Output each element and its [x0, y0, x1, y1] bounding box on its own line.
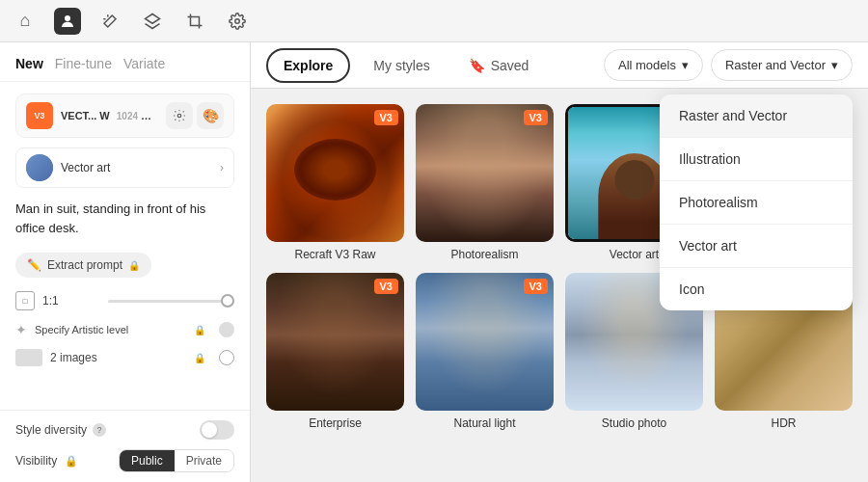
- top-nav: Explore My styles 🔖 Saved All models ▾ R…: [251, 42, 868, 89]
- ratio-control-row: □ 1:1: [15, 291, 234, 310]
- vector-chevron-icon: ▾: [831, 58, 838, 72]
- models-chevron-icon: ▾: [682, 58, 689, 72]
- style-thumbnail: [26, 154, 53, 181]
- right-panel: Explore My styles 🔖 Saved All models ▾ R…: [251, 42, 868, 482]
- bookmark-icon: 🔖: [469, 58, 485, 73]
- extract-prompt-icon: ✏️: [27, 258, 41, 272]
- gallery-thumb-5[interactable]: V3: [266, 273, 404, 411]
- images-control-row: 2 images 🔒: [15, 349, 234, 366]
- wand-icon[interactable]: [96, 8, 123, 35]
- main-content: New Fine-tune Variate V3 VECT... W 1024 …: [0, 42, 868, 482]
- tab-saved[interactable]: 🔖 Saved: [453, 50, 545, 81]
- visibility-lock-icon: 🔒: [65, 455, 78, 468]
- sidebar-tab-variate[interactable]: Variate: [123, 54, 165, 73]
- svg-point-5: [177, 114, 181, 118]
- extract-prompt-label: Extract prompt: [47, 258, 122, 272]
- gallery-thumb-6[interactable]: V3: [416, 273, 554, 411]
- star-icon: ✦: [15, 322, 27, 337]
- artistic-label: Specify Artistic level: [35, 324, 128, 335]
- model-info: VECT... W 1024 H 1024 0: [61, 110, 158, 121]
- home-icon[interactable]: ⌂: [12, 8, 39, 35]
- model-settings-btn[interactable]: [166, 102, 193, 129]
- images-icon: [15, 349, 42, 366]
- v3-badge-6: V3: [524, 279, 548, 294]
- tab-explore[interactable]: Explore: [266, 48, 350, 83]
- visibility-public-btn[interactable]: Public: [120, 450, 175, 471]
- gallery-item-1: V3 Recraft V3 Raw: [266, 104, 404, 261]
- model-selector[interactable]: V3 VECT... W 1024 H 1024 0 🎨: [15, 94, 234, 138]
- dropdown-item-icon[interactable]: Icon: [660, 268, 853, 310]
- gallery-item-2: V3 Photorealism: [416, 104, 554, 261]
- images-lock-icon: 🔒: [194, 353, 205, 363]
- dropdown-item-vector[interactable]: Vector art: [660, 225, 853, 268]
- svg-point-4: [235, 18, 240, 23]
- gallery-label-8: HDR: [715, 416, 853, 430]
- style-label: Vector art: [61, 161, 110, 174]
- ratio-label: 1:1: [42, 294, 100, 308]
- v3-badge-2: V3: [524, 110, 548, 125]
- sidebar-tab-new[interactable]: New: [15, 54, 43, 73]
- dropdown-item-illustration[interactable]: Illustration: [660, 138, 853, 181]
- dropdown-item-photorealism[interactable]: Photorealism: [660, 181, 853, 225]
- lock-icon: 🔒: [128, 260, 140, 271]
- svg-point-0: [65, 15, 70, 21]
- gallery-label-2: Photorealism: [416, 248, 554, 261]
- visibility-label: Visibility: [15, 454, 57, 468]
- model-icon: V3: [26, 102, 53, 129]
- svg-marker-3: [146, 13, 160, 23]
- style-selector[interactable]: Vector art ›: [15, 147, 234, 188]
- settings-icon[interactable]: [224, 8, 251, 35]
- prompt-text: Man in suit, standing in front of his of…: [15, 200, 234, 237]
- layers-icon[interactable]: [139, 8, 166, 35]
- gallery-label-5: Enterprise: [266, 416, 404, 430]
- tab-my-styles[interactable]: My styles: [358, 50, 445, 81]
- style-diversity-row: Style diversity ?: [15, 420, 234, 440]
- images-toggle[interactable]: [219, 350, 234, 365]
- models-dropdown-label: All models: [618, 58, 676, 72]
- top-toolbar: ⌂: [0, 0, 868, 42]
- gallery-label-7: Studio photo: [565, 416, 703, 430]
- gallery-thumb-1[interactable]: V3: [266, 104, 404, 242]
- crop-icon[interactable]: [181, 8, 208, 35]
- sidebar: New Fine-tune Variate V3 VECT... W 1024 …: [0, 42, 251, 482]
- artistic-lock-icon: 🔒: [194, 325, 205, 335]
- help-icon[interactable]: ?: [93, 423, 106, 437]
- gallery-item-5: V3 Enterprise: [266, 273, 404, 430]
- visibility-row: Visibility 🔒 Public Private: [15, 449, 234, 472]
- gallery-thumb-2[interactable]: V3: [416, 104, 554, 242]
- sidebar-body: V3 VECT... W 1024 H 1024 0 🎨: [0, 82, 250, 410]
- v3-badge-5: V3: [374, 279, 398, 294]
- visibility-buttons: Public Private: [119, 449, 234, 472]
- sidebar-tab-finetune[interactable]: Fine-tune: [55, 54, 112, 73]
- artistic-control-row: ✦ Specify Artistic level 🔒: [15, 322, 234, 337]
- vector-dropdown-label: Raster and Vector: [725, 58, 826, 72]
- model-actions: 🎨: [166, 102, 224, 129]
- gallery-label-1: Recraft V3 Raw: [266, 248, 404, 261]
- user-icon[interactable]: [54, 8, 81, 35]
- ratio-icon: □: [15, 291, 35, 310]
- vector-dropdown[interactable]: Raster and Vector ▾: [711, 49, 853, 81]
- dropdown-menu: Raster and Vector Illustration Photoreal…: [660, 94, 853, 310]
- style-diversity-label: Style diversity: [15, 423, 87, 437]
- model-name: VECT... W 1024 H 1024 0: [61, 110, 158, 121]
- ratio-slider[interactable]: [108, 300, 234, 303]
- style-arrow-icon: ›: [220, 161, 224, 174]
- visibility-private-btn[interactable]: Private: [175, 450, 233, 471]
- v3-badge-1: V3: [374, 110, 398, 125]
- model-style-btn[interactable]: 🎨: [197, 102, 224, 129]
- images-label: 2 images: [50, 351, 108, 364]
- sidebar-footer: Style diversity ? Visibility 🔒 Public Pr…: [0, 410, 250, 482]
- extract-prompt-button[interactable]: ✏️ Extract prompt 🔒: [15, 253, 151, 278]
- models-dropdown[interactable]: All models ▾: [604, 49, 703, 81]
- artistic-toggle[interactable]: [219, 322, 234, 337]
- gallery-label-6: Natural light: [416, 416, 554, 430]
- style-diversity-toggle[interactable]: [200, 420, 234, 440]
- dropdown-item-raster[interactable]: Raster and Vector: [660, 94, 853, 138]
- sidebar-tabs: New Fine-tune Variate: [0, 42, 250, 82]
- gallery-item-6: V3 Natural light: [416, 273, 554, 430]
